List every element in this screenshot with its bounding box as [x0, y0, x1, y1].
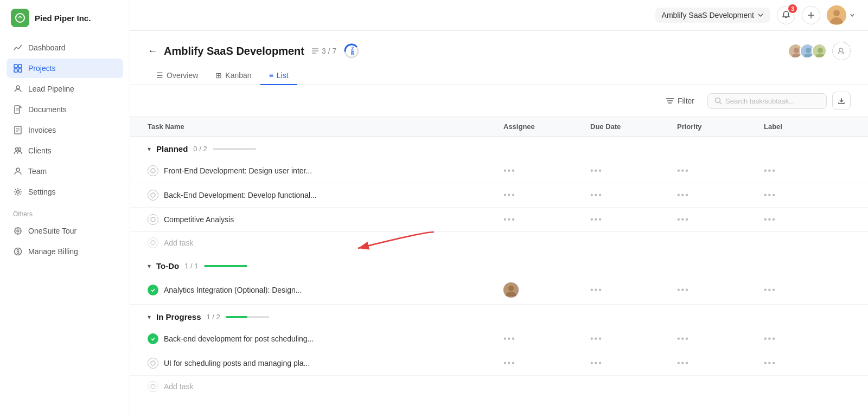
- person-icon: [13, 84, 23, 94]
- task-row: UI for scheduling posts and managing pla…: [130, 351, 868, 376]
- duedate-dots[interactable]: •••: [590, 358, 677, 368]
- export-icon: [838, 97, 845, 105]
- priority-dots[interactable]: •••: [677, 334, 764, 344]
- assignee-dots[interactable]: •••: [503, 166, 590, 176]
- assignee-dots[interactable]: •••: [503, 334, 590, 344]
- search-box[interactable]: Search task/subtask...: [707, 93, 827, 109]
- task-status-icon[interactable]: [148, 358, 158, 369]
- duedate-dots[interactable]: •••: [590, 334, 677, 344]
- task-status-icon[interactable]: [148, 214, 158, 225]
- tab-kanban[interactable]: ⊞ Kanban: [207, 67, 260, 85]
- task-row: Analytics Integration (Optional): Design…: [130, 276, 868, 305]
- priority-dots[interactable]: •••: [677, 215, 764, 224]
- svg-point-47: [716, 98, 720, 103]
- assignee-cell: [503, 282, 590, 298]
- clients-label: Clients: [28, 146, 52, 155]
- sidebar-item-invoices[interactable]: Invoices: [7, 120, 123, 140]
- progress-circle: 38%: [343, 42, 360, 60]
- project-selector[interactable]: Amblify SaaS Development: [655, 8, 770, 23]
- add-member-button[interactable]: [832, 42, 851, 60]
- tab-overview[interactable]: ☰ Overview: [148, 67, 207, 85]
- assignee-avatar: [503, 282, 519, 298]
- sidebar-item-lead-pipeline[interactable]: Lead Pipeline: [7, 79, 123, 99]
- col-assignee: Assignee: [503, 123, 590, 131]
- label-dots[interactable]: •••: [764, 215, 851, 224]
- sidebar-item-manage-billing[interactable]: $ Manage Billing: [7, 242, 123, 261]
- task-status-icon[interactable]: [148, 165, 158, 176]
- search-icon: [714, 97, 722, 105]
- kanban-icon: ⊞: [215, 71, 222, 80]
- user-avatar-button[interactable]: [827, 5, 855, 25]
- add-task-container: Add task: [130, 232, 868, 254]
- sidebar-item-dashboard[interactable]: Dashboard: [7, 38, 123, 57]
- invoice-icon: [13, 125, 23, 135]
- task-name-cell: Back-End Development: Develop functional…: [148, 190, 503, 201]
- main-content: Amblify SaaS Development 3: [130, 0, 868, 419]
- svg-point-15: [16, 168, 20, 171]
- task-name: Back-End Development: Develop functional…: [164, 191, 317, 199]
- tab-list-label: List: [277, 71, 289, 80]
- task-status-icon[interactable]: [148, 285, 158, 295]
- export-button[interactable]: [832, 92, 851, 110]
- task-name: Competitive Analysis: [164, 215, 234, 224]
- add-task-label: Add task: [164, 238, 193, 247]
- svg-point-53: [151, 241, 155, 245]
- filter-button[interactable]: Filter: [658, 93, 702, 108]
- label-dots[interactable]: •••: [764, 190, 851, 200]
- col-label: Label: [764, 123, 851, 131]
- sidebar-item-team[interactable]: Team: [7, 162, 123, 181]
- add-task-inprogress[interactable]: Add task: [130, 376, 868, 397]
- todo-count: 1 / 1: [184, 262, 198, 270]
- bell-icon: [782, 11, 790, 20]
- label-dots[interactable]: •••: [764, 334, 851, 344]
- col-priority: Priority: [677, 123, 764, 131]
- notification-button[interactable]: 3: [777, 6, 795, 24]
- col-due-date: Due Date: [590, 123, 677, 131]
- back-button[interactable]: ←: [148, 46, 157, 57]
- page-actions: [788, 42, 851, 60]
- tab-list[interactable]: ≡ List: [260, 67, 297, 85]
- lead-pipeline-label: Lead Pipeline: [28, 85, 74, 93]
- label-dots[interactable]: •••: [764, 285, 851, 295]
- inprogress-progress-bar: [226, 316, 269, 318]
- priority-dots[interactable]: •••: [677, 358, 764, 368]
- grid-icon: [13, 63, 23, 73]
- duedate-dots[interactable]: •••: [590, 215, 677, 224]
- svg-rect-1: [14, 65, 17, 68]
- assignee-dots[interactable]: •••: [503, 358, 590, 368]
- nav-menu: Dashboard Projects Lead Pipe: [0, 38, 130, 202]
- add-task-planned[interactable]: Add task: [130, 232, 868, 254]
- section-planned-header: ▾ Planned 0 / 2: [130, 137, 868, 159]
- sidebar-item-documents[interactable]: Documents: [7, 100, 123, 119]
- svg-point-14: [18, 148, 21, 151]
- priority-dots[interactable]: •••: [677, 166, 764, 176]
- duedate-dots[interactable]: •••: [590, 166, 677, 176]
- assignee-dots[interactable]: •••: [503, 215, 590, 224]
- assignee-dots[interactable]: •••: [503, 190, 590, 200]
- sidebar-item-projects[interactable]: Projects: [7, 59, 123, 78]
- task-name-cell: Competitive Analysis: [148, 214, 503, 225]
- priority-dots[interactable]: •••: [677, 285, 764, 295]
- chevron-down-icon: [757, 12, 764, 18]
- task-status-icon[interactable]: [148, 333, 158, 344]
- planned-chevron[interactable]: ▾: [148, 145, 151, 153]
- task-name: UI for scheduling posts and managing pla…: [164, 359, 310, 368]
- logo-icon: [11, 9, 29, 27]
- sidebar-item-onesuite-tour[interactable]: OneSuite Tour: [7, 221, 123, 241]
- task-status-icon[interactable]: [148, 190, 158, 201]
- inprogress-chevron[interactable]: ▾: [148, 313, 151, 321]
- sidebar-item-clients[interactable]: Clients: [7, 141, 123, 160]
- svg-point-51: [151, 193, 155, 197]
- chart-icon: [13, 43, 23, 53]
- duedate-dots[interactable]: •••: [590, 190, 677, 200]
- svg-point-36: [794, 48, 799, 53]
- label-dots[interactable]: •••: [764, 166, 851, 176]
- priority-dots[interactable]: •••: [677, 190, 764, 200]
- gear-icon: [13, 187, 23, 197]
- table-header: Task Name Assignee Due Date Priority Lab…: [130, 117, 868, 137]
- todo-chevron[interactable]: ▾: [148, 262, 151, 270]
- add-button[interactable]: [802, 6, 820, 24]
- label-dots[interactable]: •••: [764, 358, 851, 368]
- duedate-dots[interactable]: •••: [590, 285, 677, 295]
- sidebar-item-settings[interactable]: Settings: [7, 182, 123, 202]
